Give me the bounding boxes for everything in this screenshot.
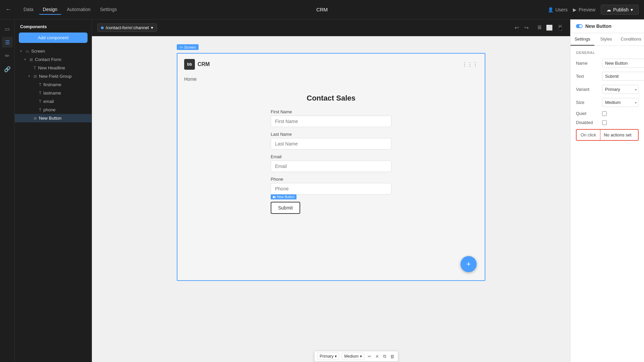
tree-label-email: email [43,99,54,104]
dots-menu-icon[interactable]: ⋮⋮⋮ [462,61,478,68]
users-button[interactable]: 👤 Users [548,7,568,12]
panel-tabs: Settings Styles Conditions [571,33,644,46]
sidebar-icon-screen[interactable]: ▭ [2,23,13,34]
tab-settings[interactable]: Settings [571,33,594,46]
components-panel-header: Components [15,19,92,33]
text-field-input[interactable] [602,72,644,81]
tree-item-new-headline[interactable]: T New Headline [15,64,92,72]
screen-label-icon: ▭ [179,45,183,49]
tree-expand-icon: ▾ [19,49,23,53]
quiet-field-label: Quiet [576,111,599,116]
logo-box: bb [184,59,195,70]
tree-item-lastname[interactable]: T lastname [15,89,92,97]
lastname-input[interactable] [271,138,391,149]
form-container: Contact Sales First Name Last Name Email [264,94,398,214]
toolbar-icon-1[interactable]: ✂ [367,353,372,360]
app-logo: bb CRM [184,59,210,70]
variant-value: Primary [320,354,333,359]
sidebar-icon-design[interactable]: ✏ [2,50,13,61]
name-field-input[interactable] [602,59,644,68]
component-tree: ▾ ▭ Screen ▾ ⊞ Contact Form T New Headli… [15,47,92,362]
tab-styles[interactable]: Styles [594,33,618,46]
nav-design[interactable]: Design [39,5,62,15]
undo-button[interactable]: ↩ [513,23,520,32]
sidebar-icon-components[interactable]: ☰ [2,37,13,48]
disabled-field-row: Disabled [576,120,639,125]
tree-item-screen[interactable]: ▾ ▭ Screen [15,47,92,55]
screen-icon: ▭ [25,49,29,54]
firstname-icon: T [39,82,41,87]
canvas-area: /contact-form/:channel ▾ ↩ ↪ 🖥 ⬜ 📱 ▭ Scr… [92,19,570,362]
disabled-checkbox[interactable] [602,120,607,125]
tree-item-firstname[interactable]: T firstname [15,80,92,89]
sidebar-icon-link[interactable]: 🔗 [2,64,13,74]
tree-label-phone: phone [43,107,55,112]
fab-add-button[interactable]: + [461,256,477,272]
quiet-checkbox[interactable] [602,111,607,116]
size-select[interactable]: Small Medium Large [602,98,639,107]
form-title: Contact Sales [271,94,391,103]
submit-button[interactable]: Submit [271,202,300,214]
tree-item-new-button[interactable]: ⊛ New Button [15,114,92,122]
toolbar-icon-2[interactable]: ✕ [375,353,380,360]
button-component-icon: ⊛ [34,116,37,121]
no-actions-button[interactable]: No actions set [600,130,638,140]
variant-toolbar-select[interactable]: Primary ▾ [317,353,339,360]
preview-label: Preview [579,7,595,12]
on-click-label: On click [577,130,600,140]
size-value: Medium [344,354,359,359]
add-component-button[interactable]: Add component [19,33,88,43]
tree-item-field-group[interactable]: ▾ ⊟ New Field Group [15,72,92,80]
variant-chevron-icon: ▾ [335,354,337,359]
tree-label-field-group: New Field Group [39,74,72,79]
form-group-phone: Phone [271,177,391,194]
icon-sidebar: ▭ ☰ ✏ 🔗 [0,19,15,362]
redo-button[interactable]: ↪ [523,23,530,32]
tree-item-contact-form[interactable]: ▾ ⊞ Contact Form [15,55,92,64]
button-label-text: New Button [277,195,294,199]
toolbar-icon-delete[interactable]: 🗑 [389,353,395,360]
app-name: CRM [198,61,210,67]
back-button[interactable]: ← [5,6,11,13]
headline-icon: T [34,66,36,70]
phone-label: Phone [271,177,391,182]
publish-icon: ☁ [606,7,611,12]
nav-settings[interactable]: Settings [96,5,121,15]
canvas-toolbar: /contact-form/:channel ▾ ↩ ↪ 🖥 ⬜ 📱 [92,19,570,36]
tree-item-email[interactable]: T email [15,97,92,106]
users-icon: 👤 [548,7,553,12]
email-input[interactable] [271,161,391,172]
firstname-input[interactable] [271,116,391,127]
tab-conditions[interactable]: Conditions [618,33,644,46]
nav-automation[interactable]: Automation [63,5,95,15]
tree-item-phone[interactable]: T phone [15,106,92,114]
nav-data[interactable]: Data [19,5,38,15]
form-group-email: Email [271,154,391,172]
tablet-view-button[interactable]: ⬜ [545,23,554,32]
name-field-row: Name [576,59,639,68]
canvas-tools: ↩ ↪ 🖥 ⬜ 📱 [513,23,565,32]
field-group-icon: ⊟ [34,74,37,79]
nav-right: 👤 Users ▶ Preview ☁ Publish ▾ [548,5,639,15]
text-field-row: Text ⚡ [576,72,639,81]
firstname-label: First Name [271,109,391,114]
canvas-frame[interactable]: bb CRM ⋮⋮⋮ Home Contact Sales First Name [177,53,485,281]
email-label: Email [271,154,391,159]
publish-button[interactable]: ☁ Publish ▾ [601,5,639,15]
button-toggle-icon [273,196,276,198]
form-group-firstname: First Name [271,109,391,127]
path-selector[interactable]: /contact-form/:channel ▾ [97,23,157,32]
variant-select[interactable]: Primary Secondary Danger [602,85,639,94]
tree-expand-icon-3: ▾ [27,74,32,78]
lastname-icon: T [39,91,41,96]
desktop-view-button[interactable]: 🖥 [535,23,543,32]
publish-chevron-icon: ▾ [631,7,633,12]
phone-input[interactable] [271,183,391,194]
general-section-label: GENERAL [576,51,639,55]
button-selection-label: New Button [271,194,297,199]
form-group-lastname: Last Name [271,132,391,149]
size-toolbar-select[interactable]: Medium ▾ [342,353,364,360]
preview-button[interactable]: ▶ Preview [573,7,595,12]
toolbar-icon-copy[interactable]: ⧉ [382,353,387,360]
mobile-view-button[interactable]: 📱 [555,23,565,32]
